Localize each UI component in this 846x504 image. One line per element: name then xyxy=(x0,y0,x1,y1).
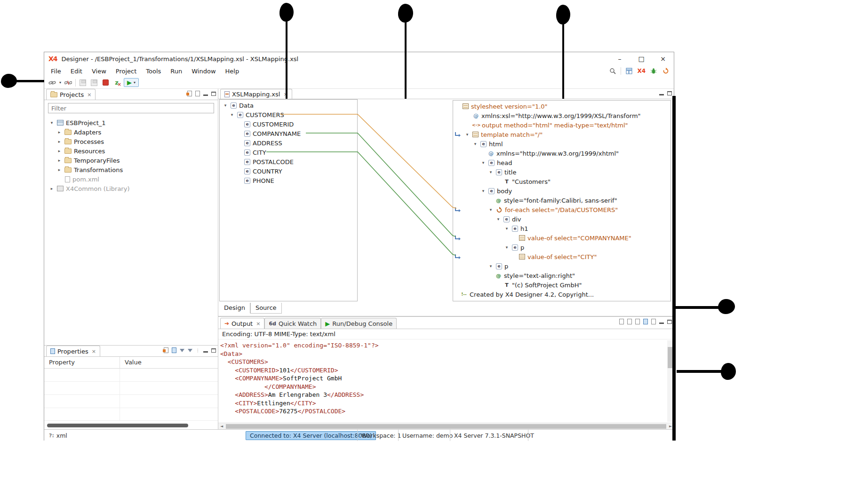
tree-item-adapters[interactable]: ▸ Adapters xyxy=(44,127,218,137)
tree-item-x4common[interactable]: ▸ X4Common (Library) xyxy=(44,184,218,193)
link-with-editor-icon[interactable] xyxy=(195,91,200,96)
run-button[interactable]: ▶ ▾ xyxy=(124,78,139,87)
source-node-country[interactable]: e COUNTRY xyxy=(220,166,357,176)
tab-source[interactable]: Source xyxy=(250,303,282,314)
xsl-node-output[interactable]: <·> output method="html" media-type="tex… xyxy=(453,120,670,130)
chevron-right-icon[interactable]: ▸ xyxy=(56,139,62,144)
link-icon[interactable] xyxy=(48,79,56,87)
source-node-customers[interactable]: ▾ e CUSTOMERS xyxy=(220,110,357,119)
source-node-companyname[interactable]: e COMPANYNAME xyxy=(220,129,357,138)
chevron-down-icon[interactable]: ▾ xyxy=(488,207,494,212)
tree-item-resources[interactable]: ▸ Resources xyxy=(44,146,218,156)
select-output-icon[interactable] xyxy=(627,319,632,324)
xsl-node-head[interactable]: ▾ e head xyxy=(453,158,670,167)
x4-perspective-icon[interactable]: X4 xyxy=(637,68,646,74)
chevron-down-icon[interactable]: ▾ xyxy=(480,189,486,193)
tree-item-transformations[interactable]: ▸ Transformations xyxy=(44,165,218,174)
maximize-icon[interactable] xyxy=(667,320,672,324)
horizontal-scrollbar[interactable]: ◄ ► xyxy=(218,423,674,429)
property-row[interactable] xyxy=(44,369,218,382)
chevron-right-icon[interactable]: ▸ xyxy=(56,158,62,163)
chevron-down-icon[interactable]: ▾ xyxy=(472,142,478,146)
minimize-icon[interactable] xyxy=(659,94,664,95)
xsl-node-p1[interactable]: ▾ e p xyxy=(453,243,670,252)
close-window-button[interactable]: × xyxy=(652,52,674,65)
validate-icon[interactable]: z xyxy=(112,79,121,87)
xsl-node-h1[interactable]: ▾ e h1 xyxy=(453,224,670,233)
scrollbar-thumb[interactable] xyxy=(226,424,666,429)
menu-file[interactable]: File xyxy=(46,67,66,76)
value-column-header[interactable]: Value xyxy=(120,357,218,368)
chevron-right-icon[interactable]: ▸ xyxy=(56,149,62,153)
horizontal-scrollbar[interactable] xyxy=(47,424,188,427)
tree-item-pom-xml[interactable]: pom.xml xyxy=(44,174,218,184)
unlink-icon[interactable] xyxy=(64,79,72,87)
source-node-postalcode[interactable]: e POSTALCODE xyxy=(220,157,357,166)
source-node-customerid[interactable]: e CUSTOMERID xyxy=(220,119,357,129)
debug-bug-icon[interactable] xyxy=(649,67,658,75)
property-row[interactable] xyxy=(44,382,218,395)
chevron-right-icon[interactable]: ▸ xyxy=(56,167,62,172)
xsl-node-xmlns-xhtml[interactable]: @ xmlns="http://www.w3.org/1999/xhtml" xyxy=(453,149,670,158)
menu-run[interactable]: Run xyxy=(166,67,187,76)
terminate-icon[interactable] xyxy=(101,79,110,87)
tree-item-temporaryfiles[interactable]: ▸ TemporaryFiles xyxy=(44,156,218,165)
output-code[interactable]: <?xml version="1.0" encoding="ISO-8859-1… xyxy=(220,341,665,423)
chevron-down-icon[interactable]: ▾ xyxy=(480,160,486,165)
tab-projects[interactable]: Projects × xyxy=(46,89,96,100)
sort-icon[interactable] xyxy=(188,349,192,352)
maximize-icon[interactable] xyxy=(667,91,672,95)
close-icon[interactable]: × xyxy=(87,92,91,98)
source-node-data[interactable]: ▾ e Data xyxy=(220,101,357,110)
scroll-left-icon[interactable]: ◄ xyxy=(218,424,225,428)
chevron-down-icon[interactable]: ▾ xyxy=(504,245,510,250)
minimize-icon[interactable] xyxy=(203,351,208,353)
xsl-node-template[interactable]: ▾ template match="/" xyxy=(453,130,670,139)
chevron-down-icon[interactable]: ▾ xyxy=(495,217,501,221)
menu-edit[interactable]: Edit xyxy=(66,67,87,76)
property-column-header[interactable]: Property xyxy=(44,359,120,366)
tree-view-icon[interactable] xyxy=(172,347,176,353)
chevron-right-icon[interactable]: ▸ xyxy=(49,186,55,191)
xsl-node-div[interactable]: ▾ e div xyxy=(453,214,670,224)
minimize-icon[interactable] xyxy=(203,94,208,96)
maximize-icon[interactable] xyxy=(211,348,216,353)
save-output-icon[interactable] xyxy=(643,319,648,324)
menu-view[interactable]: View xyxy=(87,67,111,76)
xsl-node-body-style[interactable]: @ style="font-family:Calibri, sans-serif… xyxy=(453,196,670,205)
minimize-icon[interactable] xyxy=(659,323,664,324)
minimize-window-button[interactable]: – xyxy=(609,52,631,65)
title-bar[interactable]: X4 Designer - /ESBProject_1/Transformati… xyxy=(44,52,674,65)
close-icon[interactable]: × xyxy=(256,321,260,327)
filter-icon[interactable] xyxy=(180,349,184,352)
close-icon[interactable]: × xyxy=(92,348,96,354)
tree-item-processes[interactable]: ▸ Processes xyxy=(44,137,218,146)
xsl-node-text-customers[interactable]: T "Customers" xyxy=(453,177,670,186)
xsl-node-p2[interactable]: ▾ e p xyxy=(453,261,670,271)
tab-run-debug-console[interactable]: ▶ Run/Debug Console xyxy=(321,318,397,329)
source-node-address[interactable]: e ADDRESS xyxy=(220,138,357,148)
menu-project[interactable]: Project xyxy=(111,67,141,76)
chevron-down-icon[interactable]: ▾ xyxy=(49,120,55,125)
xsl-node-valueof-companyname[interactable]: value-of select="COMPANYNAME" xyxy=(453,233,670,243)
refresh-icon[interactable] xyxy=(662,67,670,75)
tab-output[interactable]: ➔ Output × xyxy=(220,318,264,329)
filter-input[interactable] xyxy=(48,103,214,113)
chevron-down-icon[interactable]: ▾ xyxy=(488,264,494,268)
menu-help[interactable]: Help xyxy=(221,67,244,76)
perspective-icon[interactable] xyxy=(625,67,633,75)
menu-window[interactable]: Window xyxy=(187,67,220,76)
source-node-phone[interactable]: e PHONE xyxy=(220,176,357,185)
chevron-down-icon[interactable]: ▾ xyxy=(504,226,510,231)
property-row[interactable] xyxy=(44,408,218,421)
view-menu-icon[interactable]: ⋮ xyxy=(196,348,200,353)
tab-xslmapping[interactable]: XSLMapping.xsl × xyxy=(220,89,292,99)
maximize-window-button[interactable]: □ xyxy=(631,52,652,65)
chevron-right-icon[interactable]: ▸ xyxy=(56,130,62,134)
search-icon[interactable] xyxy=(608,67,617,75)
collapse-all-icon[interactable] xyxy=(187,91,192,96)
chevron-down-icon[interactable]: ▾ xyxy=(229,112,235,117)
menu-tools[interactable]: Tools xyxy=(141,67,166,76)
maximize-icon[interactable] xyxy=(211,92,216,96)
xsl-node-for-each[interactable]: ▾ for-each select="/Data/CUSTOMERS" xyxy=(453,205,670,214)
